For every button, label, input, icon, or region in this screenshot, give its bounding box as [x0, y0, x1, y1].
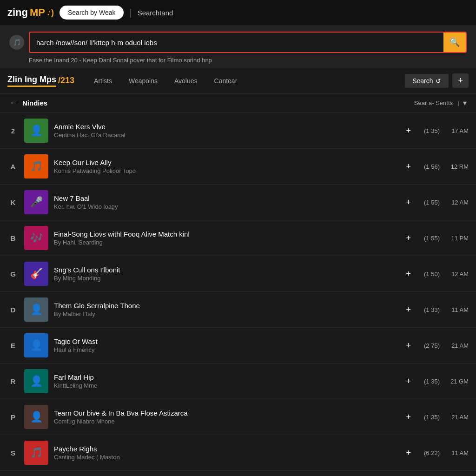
song-row[interactable]: B 🎶 Final-Song Liovs withl Fooq Alive Ma… [0, 220, 476, 256]
search-input[interactable] [30, 34, 443, 51]
logo-mp: MP [30, 7, 45, 19]
song-add-button[interactable]: + [406, 377, 411, 386]
sort-down-icon[interactable]: ↓ [456, 99, 460, 107]
song-artist: Ker. hw. O'1 Wido loagy [54, 203, 400, 210]
song-time: 12 AM [443, 199, 469, 206]
section-title: Nindies [22, 99, 47, 107]
song-letter: R [7, 377, 19, 385]
search-action-button[interactable]: Search ↺ [405, 74, 449, 88]
song-count: (1 56) [415, 163, 440, 170]
tab-zlin-ing-mps-title[interactable]: Zlin Ing Mps [7, 75, 56, 87]
song-add-button[interactable]: + [406, 162, 411, 172]
song-add-button[interactable]: + [406, 341, 411, 350]
song-actions: + (1 50) 12 AM [406, 269, 469, 279]
song-row[interactable]: E 👤 Tagic Or Wast Haul a Fmency + (2 75)… [0, 328, 476, 364]
song-title: Final-Song Liovs withl Fooq Alive Match … [54, 230, 400, 238]
song-row[interactable]: D 👤 Them Glo Serralpine Thone By Malber … [0, 292, 476, 328]
song-info: Anmle Kers Vlve Gentina Hac.,Gi'a Racana… [54, 123, 400, 139]
thumb-emoji: 👤 [24, 298, 48, 322]
song-count: (1 35) [415, 127, 440, 134]
song-artist: Haul a Fmency [54, 346, 400, 353]
thumb-emoji: 👤 [24, 333, 48, 357]
song-info: Tagic Or Wast Haul a Fmency [54, 337, 400, 353]
song-row[interactable]: R 👤 Farl Marl Hip KinttLeling Mme + (1 3… [0, 364, 476, 399]
song-info: Sng's Cull ons I'lbonit By Ming Monding [54, 266, 400, 282]
song-title: Them Glo Serralpine Thone [54, 302, 400, 310]
song-title: Anmle Kers Vlve [54, 123, 400, 131]
song-actions: + (1 33) 11 AM [406, 305, 469, 315]
sort-drop-icon[interactable]: ▾ [463, 99, 467, 107]
song-artist: By Ming Monding [54, 275, 400, 282]
song-count: (1 55) [415, 235, 440, 242]
thumb-emoji: 🎵 [24, 441, 48, 465]
song-add-button[interactable]: + [406, 126, 411, 136]
song-time: 21 AM [443, 414, 469, 421]
song-title: New 7 Baal [54, 194, 400, 202]
song-row[interactable]: A 🎵 Keep Our Live Ally Komis Patwading P… [0, 149, 476, 185]
song-add-button[interactable]: + [406, 305, 411, 315]
song-time: 21 GM [443, 378, 469, 385]
thumb-emoji: 🎸 [24, 262, 48, 286]
song-artist: KinttLeling Mme [54, 382, 400, 389]
song-letter: A [7, 163, 19, 171]
song-time: 17 AM [443, 127, 469, 134]
song-actions: + (1 35) 21 AM [406, 412, 469, 422]
song-artist: Gentina Hac.,Gi'a Racanal [54, 132, 400, 139]
song-count: (1 55) [415, 199, 440, 206]
song-thumbnail: 👤 [24, 119, 48, 143]
nav-search-by-weak-button[interactable]: Search by Weak [60, 6, 124, 20]
tab-weapoins[interactable]: Weapoins [120, 68, 166, 93]
song-time: 11 PM [443, 235, 469, 242]
search-go-button[interactable]: 🔍 [443, 33, 466, 52]
song-list: 2 👤 Anmle Kers Vlve Gentina Hac.,Gi'a Ra… [0, 113, 476, 471]
thumb-emoji: 🎵 [24, 154, 48, 178]
song-thumbnail: 🎸 [24, 262, 48, 286]
song-actions: + (1 56) 12 RM [406, 162, 469, 172]
search-hint-text: Fase the Inand 20 - Keep Danl Sonal pove… [9, 57, 467, 64]
song-row[interactable]: S 🎵 Payche Righs Canting Madec ( Maston … [0, 435, 476, 471]
song-title: Keep Our Live Ally [54, 159, 400, 166]
song-title: Sng's Cull ons I'lbonit [54, 266, 400, 274]
song-count: (1 50) [415, 271, 440, 278]
song-artist: Canting Madec ( Maston [54, 454, 400, 461]
song-add-button[interactable]: + [406, 412, 411, 422]
logo-note-icon: ♪) [47, 8, 54, 18]
song-add-button[interactable]: + [406, 198, 411, 207]
logo-zing: zing [7, 7, 28, 19]
search-input-wrapper: 🔍 [29, 32, 467, 53]
song-artist: Komis Patwading Polioor Topo [54, 167, 400, 174]
song-add-button[interactable]: + [406, 233, 411, 243]
song-letter: K [7, 198, 19, 206]
song-letter: S [7, 449, 19, 457]
tab-cantear[interactable]: Cantear [206, 68, 246, 93]
tab-artists[interactable]: Artists [86, 68, 120, 93]
logo: zingMP ♪) [7, 7, 54, 19]
song-row[interactable]: G 🎸 Sng's Cull ons I'lbonit By Ming Mond… [0, 256, 476, 292]
song-row[interactable]: P 👤 Tearn Our bive & In Ba Bva Flose Ast… [0, 399, 476, 435]
song-title: Payche Righs [54, 445, 400, 453]
song-artist: By Malber ITaly [54, 311, 400, 317]
search-avatar-icon: 🎵 [9, 35, 24, 50]
song-row[interactable]: 2 👤 Anmle Kers Vlve Gentina Hac.,Gi'a Ra… [0, 113, 476, 149]
song-letter: 2 [7, 127, 19, 135]
song-thumbnail: 👤 [24, 333, 48, 357]
search-area: 🎵 🔍 Fase the Inand 20 - Keep Danl Sonal … [0, 25, 476, 68]
song-add-button[interactable]: + [406, 269, 411, 279]
song-thumbnail: 👤 [24, 298, 48, 322]
back-button[interactable]: ← [9, 98, 18, 108]
song-info: Them Glo Serralpine Thone By Malber ITal… [54, 302, 400, 317]
song-count: (1 33) [415, 306, 440, 313]
song-actions: + (1 55) 11 PM [406, 233, 469, 243]
song-time: 11 AM [443, 450, 469, 456]
song-actions: + (2 75) 21 AM [406, 341, 469, 350]
tab-avolues[interactable]: Avolues [166, 68, 206, 93]
sort-label: Sear a- Sentts [414, 99, 453, 106]
song-artist: By Hahl. Searding [54, 239, 400, 246]
add-action-button[interactable]: + [452, 73, 469, 88]
song-thumbnail: 🎵 [24, 154, 48, 178]
song-title: Tearn Our bive & In Ba Bva Flose Astizar… [54, 409, 400, 417]
song-add-button[interactable]: + [406, 448, 411, 458]
song-letter: G [7, 270, 19, 278]
song-time: 11 AM [443, 306, 469, 313]
song-row[interactable]: K 🎤 New 7 Baal Ker. hw. O'1 Wido loagy +… [0, 185, 476, 220]
